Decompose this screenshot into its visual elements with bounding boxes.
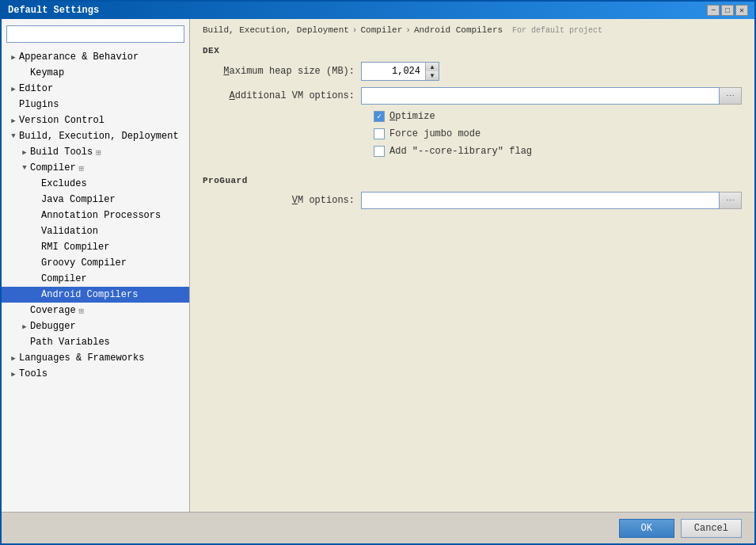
ok-button[interactable]: OK — [619, 519, 674, 538]
add-core-checkbox-wrap: Add "--core-library" flag — [374, 146, 532, 157]
force-jumbo-row: Force jumbo mode — [203, 128, 742, 139]
proguard-vm-label: VM options: — [203, 195, 361, 206]
sidebar: ▶ Appearance & Behavior Keymap ▶ Editor — [2, 19, 190, 512]
sidebar-item-annotation-processors[interactable]: Annotation Processors — [2, 208, 189, 223]
no-expand-icon — [30, 257, 41, 269]
no-expand-icon — [19, 67, 30, 78]
sidebar-item-appearance-behavior[interactable]: ▶ Appearance & Behavior — [2, 49, 189, 65]
additional-vm-row: Additional VM options: ⋯ — [203, 87, 742, 105]
copy-icon: ⊞ — [79, 306, 85, 316]
optimize-checkbox[interactable]: ✓ — [374, 111, 385, 122]
sidebar-item-label: Annotation Processors — [41, 210, 161, 221]
no-expand-icon — [8, 99, 19, 110]
proguard-vm-browse-button[interactable]: ⋯ — [720, 192, 742, 209]
sidebar-item-label: Excludes — [41, 178, 87, 189]
search-input[interactable] — [6, 25, 184, 43]
max-heap-input[interactable] — [362, 63, 425, 80]
sidebar-item-validation[interactable]: Validation — [2, 223, 189, 239]
window-controls: − □ ✕ — [707, 5, 748, 16]
sidebar-item-tools[interactable]: ▶ Tools — [2, 366, 189, 382]
copy-icon: ⊞ — [96, 147, 101, 158]
expand-icon: ▶ — [19, 321, 30, 332]
no-expand-icon — [30, 178, 41, 189]
sidebar-item-build-execution[interactable]: ▼ Build, Execution, Deployment — [2, 128, 189, 144]
sidebar-item-version-control[interactable]: ▶ Version Control — [2, 112, 189, 128]
sidebar-item-label: Appearance & Behavior — [19, 51, 139, 63]
expand-icon: ▶ — [8, 51, 19, 63]
sidebar-item-keymap[interactable]: Keymap — [2, 65, 189, 81]
spin-up-button[interactable]: ▲ — [426, 63, 439, 71]
proguard-section: ProGuard VM options: ⋯ — [203, 173, 742, 215]
sidebar-item-debugger[interactable]: ▶ Debugger — [2, 318, 189, 334]
no-expand-icon — [30, 210, 41, 221]
additional-vm-browse-button[interactable]: ⋯ — [720, 87, 742, 105]
maximize-button[interactable]: □ — [721, 5, 734, 16]
no-expand-icon — [30, 289, 41, 300]
sidebar-item-excludes[interactable]: Excludes — [2, 176, 189, 192]
expand-icon: ▶ — [8, 83, 19, 94]
sidebar-item-build-tools[interactable]: ▶ Build Tools ⊞ — [2, 144, 189, 160]
main-window: Default Settings − □ ✕ ▶ Appearance & Be… — [0, 0, 756, 545]
sidebar-item-path-variables[interactable]: Path Variables — [2, 334, 189, 350]
no-expand-icon — [30, 242, 41, 253]
force-jumbo-checkbox-wrap: Force jumbo mode — [374, 128, 481, 139]
dex-section: DEX Maximum heap size (MB): ▲ ▼ — [203, 43, 742, 163]
expand-icon: ▶ — [19, 147, 30, 158]
sidebar-item-label: Version Control — [19, 115, 104, 126]
window-body: ▶ Appearance & Behavior Keymap ▶ Editor — [2, 19, 754, 543]
no-expand-icon — [30, 226, 41, 237]
sidebar-item-label: Tools — [19, 368, 47, 379]
no-expand-icon — [30, 273, 41, 284]
max-heap-row: Maximum heap size (MB): ▲ ▼ — [203, 62, 742, 81]
sidebar-item-editor[interactable]: ▶ Editor — [2, 81, 189, 97]
cancel-button[interactable]: Cancel — [681, 519, 742, 538]
sidebar-item-label: Languages & Frameworks — [19, 353, 144, 364]
breadcrumb-part1: Build, Execution, Deployment — [203, 25, 349, 35]
sidebar-item-label: Java Compiler — [41, 194, 116, 205]
proguard-vm-input[interactable] — [361, 192, 720, 209]
force-jumbo-label: Force jumbo mode — [389, 128, 481, 139]
expand-icon: ▼ — [8, 131, 19, 142]
sidebar-item-coverage[interactable]: Coverage ⊞ — [2, 303, 189, 318]
proguard-section-title: ProGuard — [203, 176, 742, 185]
sidebar-item-label: Build Tools — [30, 147, 93, 158]
sidebar-item-label: Keymap — [30, 67, 64, 78]
sidebar-item-compiler-child[interactable]: Compiler — [2, 271, 189, 287]
expand-icon: ▶ — [8, 368, 19, 379]
spin-down-button[interactable]: ▼ — [426, 71, 439, 80]
sidebar-item-java-compiler[interactable]: Java Compiler — [2, 192, 189, 208]
no-expand-icon — [19, 305, 30, 316]
no-expand-icon — [19, 337, 30, 348]
search-box — [2, 22, 189, 46]
sidebar-item-plugins[interactable]: Plugins — [2, 97, 189, 112]
sidebar-item-compiler[interactable]: ▼ Compiler ⊞ — [2, 160, 189, 176]
main-content: ▶ Appearance & Behavior Keymap ▶ Editor — [2, 19, 754, 512]
force-jumbo-checkbox[interactable] — [374, 128, 385, 139]
add-core-row: Add "--core-library" flag — [203, 146, 742, 157]
check-mark: ✓ — [377, 112, 382, 121]
sidebar-item-android-compilers[interactable]: Android Compilers — [2, 287, 189, 303]
optimize-label: Optimize — [389, 111, 435, 122]
optimize-checkbox-wrap: ✓ Optimize — [374, 111, 435, 122]
minimize-button[interactable]: − — [707, 5, 720, 16]
sidebar-item-label: Compiler — [30, 162, 76, 173]
close-button[interactable]: ✕ — [735, 5, 748, 16]
spinner-buttons: ▲ ▼ — [425, 63, 439, 80]
sidebar-item-rmi-compiler[interactable]: RMI Compiler — [2, 239, 189, 255]
bottom-bar: OK Cancel — [2, 512, 754, 543]
sidebar-item-label: Android Compilers — [41, 289, 138, 300]
sidebar-item-label: Compiler — [41, 273, 87, 284]
add-core-checkbox[interactable] — [374, 146, 385, 157]
additional-vm-label: Additional VM options: — [203, 90, 361, 101]
breadcrumb-note: For default project — [512, 26, 602, 35]
additional-vm-input[interactable] — [361, 87, 720, 105]
no-expand-icon — [30, 194, 41, 205]
sidebar-item-groovy-compiler[interactable]: Groovy Compiler — [2, 255, 189, 271]
dex-section-title: DEX — [203, 46, 742, 55]
optimize-row: ✓ Optimize — [203, 111, 742, 122]
proguard-vm-row: VM options: ⋯ — [203, 192, 742, 209]
sidebar-item-languages-frameworks[interactable]: ▶ Languages & Frameworks — [2, 350, 189, 366]
sidebar-item-label: Groovy Compiler — [41, 257, 127, 269]
max-heap-label: Maximum heap size (MB): — [203, 66, 361, 77]
right-panel: Build, Execution, Deployment › Compiler … — [190, 19, 754, 512]
